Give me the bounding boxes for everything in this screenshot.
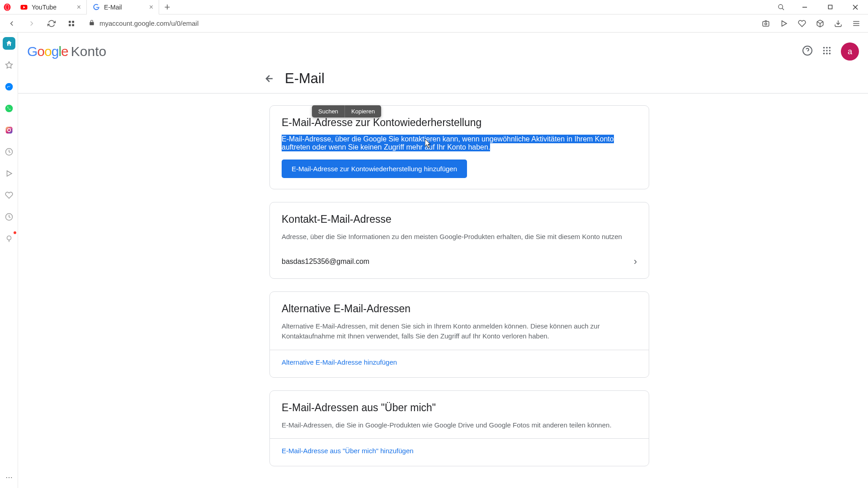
star-icon[interactable] xyxy=(3,59,15,71)
aboutme-email-card: E-Mail-Adressen aus "Über mich" E-Mail-A… xyxy=(269,390,649,467)
close-window-button[interactable] xyxy=(843,0,868,14)
opera-logo[interactable] xyxy=(0,0,14,14)
play-sidebar-icon[interactable] xyxy=(3,167,15,180)
svg-rect-10 xyxy=(69,21,71,23)
svg-point-4 xyxy=(778,5,783,9)
whatsapp-icon[interactable] xyxy=(3,102,15,115)
google-header: Google Konto a xyxy=(18,33,868,70)
heart-sidebar-icon[interactable] xyxy=(3,189,15,202)
svg-point-28 xyxy=(823,47,825,49)
svg-point-36 xyxy=(829,53,831,55)
svg-point-33 xyxy=(829,50,831,52)
svg-point-23 xyxy=(10,128,11,129)
new-tab-button[interactable]: + xyxy=(159,0,175,14)
back-button[interactable] xyxy=(4,15,20,32)
svg-rect-13 xyxy=(72,24,74,26)
lock-icon[interactable] xyxy=(89,19,95,28)
add-alternative-email-link[interactable]: Alternative E-Mail-Adresse hinzufügen xyxy=(282,358,397,366)
close-icon[interactable]: × xyxy=(149,3,153,11)
google-logo[interactable]: Google Konto xyxy=(27,44,106,59)
svg-point-35 xyxy=(826,53,828,55)
svg-rect-14 xyxy=(763,21,769,26)
play-icon[interactable] xyxy=(776,15,792,32)
tab-youtube[interactable]: YouTube × xyxy=(14,0,87,14)
tab-label: E-Mail xyxy=(104,4,122,11)
konto-label: Konto xyxy=(71,44,106,59)
maximize-button[interactable] xyxy=(817,0,843,14)
easy-setup-icon[interactable] xyxy=(848,15,864,32)
minimize-button[interactable] xyxy=(792,0,817,14)
svg-point-2 xyxy=(6,5,9,10)
svg-line-5 xyxy=(782,8,784,10)
svg-point-30 xyxy=(829,47,831,49)
tab-email[interactable]: E-Mail × xyxy=(87,0,159,14)
more-icon[interactable]: ⋯ xyxy=(0,473,18,482)
tab-label: YouTube xyxy=(32,4,57,11)
avatar-initial: a xyxy=(848,47,852,56)
svg-point-34 xyxy=(823,53,825,55)
home-icon[interactable] xyxy=(3,37,15,50)
recovery-email-card: E-Mail-Adresse zur Kontowiederherstellun… xyxy=(269,105,649,189)
url-text: myaccount.google.com/u/0/email xyxy=(99,19,198,27)
apps-icon[interactable] xyxy=(822,46,832,57)
svg-point-29 xyxy=(826,47,828,49)
contact-email-row[interactable]: basdas125356@gmail.com › xyxy=(282,250,637,267)
messenger-icon[interactable] xyxy=(3,80,15,93)
history-icon[interactable] xyxy=(3,211,15,223)
svg-rect-21 xyxy=(5,127,12,134)
flow-icon[interactable] xyxy=(3,232,15,245)
snapshot-icon[interactable] xyxy=(758,15,774,32)
card-description: E-Mail-Adressen, die Sie in Google-Produ… xyxy=(282,420,637,431)
titlebar: YouTube × E-Mail × + xyxy=(0,0,868,14)
svg-rect-12 xyxy=(69,24,71,26)
svg-point-32 xyxy=(826,50,828,52)
youtube-icon xyxy=(20,3,28,11)
popup-search-button[interactable]: Suchen xyxy=(312,105,344,117)
url-input[interactable]: myaccount.google.com/u/0/email xyxy=(83,16,754,31)
card-description: Alternative E-Mail-Adressen, mit denen S… xyxy=(282,321,637,342)
back-arrow-button[interactable] xyxy=(262,71,277,86)
svg-point-15 xyxy=(765,23,767,25)
heart-icon[interactable] xyxy=(794,15,810,32)
window-controls xyxy=(770,0,868,14)
download-icon[interactable] xyxy=(830,15,846,32)
card-title: E-Mail-Adressen aus "Über mich" xyxy=(282,402,637,414)
clock-icon[interactable] xyxy=(3,145,15,158)
add-recovery-email-button[interactable]: E-Mail-Adresse zur Kontowiederherstellun… xyxy=(282,160,467,178)
speed-dial-button[interactable] xyxy=(63,15,80,32)
content-area: Google Konto a E-Mail E-Mail-Adresse zur… xyxy=(18,33,868,488)
svg-rect-7 xyxy=(828,5,832,9)
side-rail: ⋯ xyxy=(0,33,18,488)
card-title: Alternative E-Mail-Adressen xyxy=(282,303,637,315)
popup-copy-button[interactable]: Kopieren xyxy=(345,105,381,117)
google-wordmark: Google xyxy=(27,44,68,59)
tabs-container: YouTube × E-Mail × + xyxy=(14,0,175,14)
card-description-selected: E-Mail-Adresse, über die Google Sie kont… xyxy=(282,135,614,151)
avatar[interactable]: a xyxy=(841,42,859,61)
reload-button[interactable] xyxy=(43,15,60,32)
svg-point-20 xyxy=(5,105,13,113)
selection-popup: Suchen Kopieren xyxy=(312,105,381,117)
addressbar: myaccount.google.com/u/0/email xyxy=(0,14,868,33)
alternative-email-card: Alternative E-Mail-Adressen Alternative … xyxy=(269,291,649,378)
search-tabs-icon[interactable] xyxy=(770,0,792,14)
cube-icon[interactable] xyxy=(812,15,828,32)
forward-button[interactable] xyxy=(24,15,40,32)
contact-email-card: Kontakt-E-Mail-Adresse Adresse, über die… xyxy=(269,202,649,279)
email-value: basdas125356@gmail.com xyxy=(282,258,369,266)
page-title: E-Mail xyxy=(285,70,325,87)
page-title-row: E-Mail xyxy=(262,70,868,93)
card-title: E-Mail-Adresse zur Kontowiederherstellun… xyxy=(282,117,637,129)
close-icon[interactable]: × xyxy=(77,3,81,11)
help-icon[interactable] xyxy=(802,45,813,58)
svg-point-26 xyxy=(7,236,11,240)
instagram-icon[interactable] xyxy=(3,124,15,136)
card-description: Adresse, über die Sie Informationen zu d… xyxy=(282,232,637,242)
chevron-right-icon: › xyxy=(634,256,637,267)
addressbar-actions xyxy=(758,15,864,32)
card-title: Kontakt-E-Mail-Adresse xyxy=(282,213,637,225)
svg-point-31 xyxy=(823,50,825,52)
svg-rect-11 xyxy=(72,21,74,23)
header-actions: a xyxy=(802,42,859,61)
add-aboutme-email-link[interactable]: E-Mail-Adresse aus "Über mich" hinzufüge… xyxy=(282,447,414,455)
